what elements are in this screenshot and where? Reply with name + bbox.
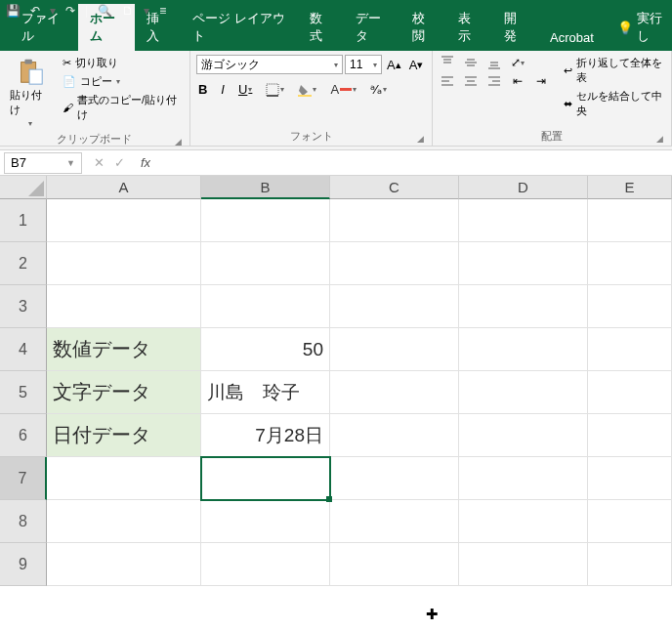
cell-a6[interactable]: 日付データ [47, 414, 201, 457]
cell-e5[interactable] [588, 371, 672, 414]
redo-icon[interactable]: ↷ [65, 4, 75, 18]
cell-d8[interactable] [459, 500, 588, 543]
wrap-text-button[interactable]: ↩折り返して全体を表 [562, 55, 665, 86]
undo-dropdown-icon[interactable]: ▾ [50, 4, 56, 18]
cell-c6[interactable] [330, 414, 459, 457]
cell-b8[interactable] [201, 500, 330, 543]
row-header-2[interactable]: 2 [0, 242, 47, 285]
cell-d6[interactable] [459, 414, 588, 457]
col-header-b[interactable]: B [201, 176, 330, 199]
tell-me[interactable]: 💡 実行し [613, 4, 672, 51]
qat-more-icon[interactable]: ≡ [159, 4, 166, 18]
borders-button[interactable]: ▾ [264, 83, 286, 97]
tab-data[interactable]: データ [344, 4, 400, 51]
bold-button[interactable]: B [196, 82, 209, 97]
cell-b1[interactable] [201, 199, 330, 242]
cell-b6[interactable]: 7月28日 [201, 414, 330, 457]
ruby-button[interactable]: ᵃ⁄ₐ▾ [368, 82, 389, 97]
cell-d3[interactable] [459, 285, 588, 328]
col-header-a[interactable]: A [47, 176, 201, 199]
align-right-button[interactable] [485, 73, 503, 89]
row-header-6[interactable]: 6 [0, 414, 47, 457]
cell-c2[interactable] [330, 242, 459, 285]
cell-e1[interactable] [588, 199, 672, 242]
cell-b5[interactable]: 川島 玲子 [201, 371, 330, 414]
tab-pagelayout[interactable]: ページ レイアウト [181, 4, 297, 51]
align-left-button[interactable] [439, 73, 456, 89]
tab-acrobat[interactable]: Acrobat [538, 24, 606, 51]
align-bottom-button[interactable] [485, 55, 503, 70]
copy-button[interactable]: 📄コピー▾ [61, 73, 184, 90]
cell-c7[interactable] [330, 457, 459, 500]
save-icon[interactable]: 💾 [6, 4, 21, 18]
cell-c5[interactable] [330, 371, 459, 414]
row-header-5[interactable]: 5 [0, 371, 47, 414]
row-header-7[interactable]: 7 [0, 457, 47, 500]
cell-b7[interactable] [201, 457, 330, 500]
underline-button[interactable]: U▾ [236, 82, 254, 97]
cancel-formula-icon[interactable]: ✕ [94, 155, 105, 170]
align-top-button[interactable] [439, 55, 456, 70]
cell-b4[interactable]: 50 [201, 328, 330, 371]
cell-e8[interactable] [588, 500, 672, 543]
cell-a5[interactable]: 文字データ [47, 371, 201, 414]
font-size-combo[interactable]: 11▾ [345, 55, 382, 74]
cell-b3[interactable] [201, 285, 330, 328]
align-middle-button[interactable] [462, 55, 480, 70]
cell-a2[interactable] [47, 242, 201, 285]
undo-icon[interactable]: ↶ [30, 4, 40, 18]
enter-formula-icon[interactable]: ✓ [114, 155, 125, 170]
row-header-8[interactable]: 8 [0, 500, 47, 543]
fill-dropdown-icon[interactable]: ▾ [313, 85, 316, 94]
orientation-dropdown-icon[interactable]: ▾ [521, 59, 525, 67]
tab-developer[interactable]: 開発 [492, 4, 538, 51]
cell-e4[interactable] [588, 328, 672, 371]
borders-dropdown-icon[interactable]: ▾ [280, 85, 284, 94]
cell-a3[interactable] [47, 285, 201, 328]
cell-c9[interactable] [330, 543, 459, 586]
cell-e3[interactable] [588, 285, 672, 328]
fill-color-button[interactable]: ▾ [296, 83, 318, 97]
fx-icon[interactable]: fx [141, 155, 150, 170]
tab-insert[interactable]: 挿入 [135, 4, 181, 51]
paste-dropdown-icon[interactable]: ▾ [28, 119, 32, 128]
copy-dropdown-icon[interactable]: ▾ [116, 77, 120, 86]
cut-button[interactable]: ✂切り取り [61, 55, 184, 71]
cell-a4[interactable]: 数値データ [47, 328, 201, 371]
row-header-3[interactable]: 3 [0, 285, 47, 328]
new-icon[interactable]: 🗋 [122, 4, 134, 18]
print-preview-icon[interactable]: 🔍 [98, 4, 112, 18]
cell-e7[interactable] [588, 457, 672, 500]
cell-c8[interactable] [330, 500, 459, 543]
cell-a8[interactable] [47, 500, 201, 543]
decrease-indent-button[interactable]: ⇤ [509, 73, 526, 89]
cell-e2[interactable] [588, 242, 672, 285]
name-box[interactable]: B7 ▼ [4, 152, 82, 174]
qat-customize-icon[interactable]: ▾ [144, 4, 149, 18]
font-launcher-icon[interactable]: ◢ [417, 134, 424, 144]
align-launcher-icon[interactable]: ◢ [656, 134, 663, 144]
format-painter-button[interactable]: 🖌書式のコピー/貼り付け [61, 92, 184, 123]
tab-formulas[interactable]: 数式 [298, 4, 344, 51]
cell-d2[interactable] [459, 242, 588, 285]
tab-view[interactable]: 表示 [446, 4, 492, 51]
col-header-c[interactable]: C [330, 176, 459, 199]
col-header-e[interactable]: E [588, 176, 672, 199]
cell-d9[interactable] [459, 543, 588, 586]
formula-input[interactable] [150, 152, 672, 174]
cell-c4[interactable] [330, 328, 459, 371]
align-center-button[interactable] [462, 73, 480, 89]
select-all-corner[interactable] [0, 176, 47, 199]
cell-d4[interactable] [459, 328, 588, 371]
increase-indent-button[interactable]: ⇥ [532, 73, 550, 89]
row-header-1[interactable]: 1 [0, 199, 47, 242]
merge-center-button[interactable]: ⬌セルを結合して中央 [562, 88, 665, 119]
col-header-d[interactable]: D [459, 176, 588, 199]
cell-c3[interactable] [330, 285, 459, 328]
name-box-dropdown-icon[interactable]: ▼ [66, 158, 75, 168]
font-color-dropdown-icon[interactable]: ▾ [353, 85, 357, 94]
decrease-font-icon[interactable]: A▾ [406, 55, 427, 74]
ruby-dropdown-icon[interactable]: ▾ [383, 85, 387, 94]
cell-d1[interactable] [459, 199, 588, 242]
cell-d7[interactable] [459, 457, 588, 500]
